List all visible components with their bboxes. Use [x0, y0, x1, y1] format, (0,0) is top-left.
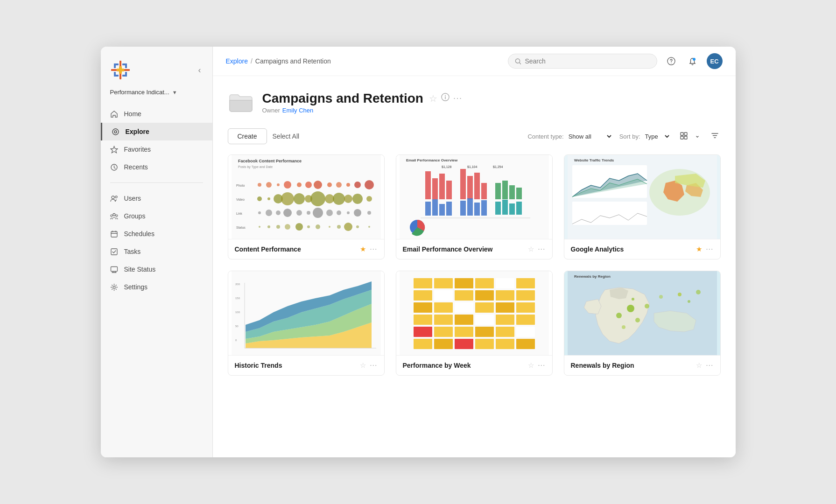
avatar[interactable]: EC [707, 53, 723, 69]
sidebar-item-tasks[interactable]: Tasks [101, 243, 212, 260]
svg-point-78 [354, 209, 361, 217]
info-icon[interactable] [441, 93, 450, 104]
svg-point-60 [294, 193, 305, 204]
favorite-star-icon[interactable]: ☆ [429, 93, 437, 104]
svg-point-86 [316, 224, 320, 229]
card-thumbnail-renewals-by-region: Renewals by Region [564, 271, 720, 355]
card-star-renewals-by-region[interactable]: ☆ [696, 361, 702, 370]
card-footer-content-performance: Content Performance ★ ··· [228, 239, 384, 259]
filter-button[interactable] [709, 130, 721, 143]
sort-by-select[interactable]: Type Name Date Owner [643, 133, 671, 140]
help-button[interactable] [664, 54, 679, 69]
svg-rect-166 [434, 327, 453, 337]
sidebar-item-site-status[interactable]: Site Status [101, 260, 212, 278]
sidebar-item-explore[interactable]: Explore [101, 123, 212, 140]
search-bar[interactable] [508, 54, 657, 69]
card-star-email-performance[interactable]: ☆ [528, 245, 534, 253]
card-more-performance-by-week[interactable]: ··· [538, 361, 545, 370]
svg-rect-33 [681, 133, 683, 135]
home-icon [110, 110, 119, 118]
svg-rect-168 [475, 327, 494, 337]
card-google-analytics[interactable]: Website Traffic Trends [564, 154, 721, 259]
svg-rect-148 [434, 290, 453, 301]
more-options-icon[interactable]: ··· [453, 93, 463, 103]
content-type-select[interactable]: Show all Workbooks Views Data Sources [567, 133, 613, 140]
select-all-button[interactable]: Select All [273, 133, 300, 140]
sidebar-item-groups-label: Groups [124, 212, 146, 220]
svg-point-53 [346, 183, 350, 187]
sidebar-item-users-label: Users [124, 195, 141, 202]
workspace-selector[interactable]: Performance Indicat... ▼ [101, 86, 212, 103]
sidebar-item-users[interactable]: Users [101, 189, 212, 207]
sidebar-admin-nav: Users Groups Schedules Tas [101, 188, 212, 298]
sidebar-item-groups[interactable]: Groups [101, 207, 212, 225]
svg-point-29 [671, 63, 672, 63]
notifications-button[interactable] [685, 54, 700, 69]
card-content-performance[interactable]: Facebook Content Performance Posts by Ty… [228, 154, 385, 259]
sort-by-filter: Sort by: Type Name Date Owner [619, 133, 671, 140]
owner-row: Owner Emily Chen [262, 107, 463, 114]
svg-rect-170 [516, 327, 535, 337]
card-email-performance[interactable]: Email Performance Overview $1,128 $1,104… [396, 154, 553, 259]
sidebar-item-favorites[interactable]: Favorites [101, 140, 212, 158]
svg-text:200: 200 [235, 283, 240, 286]
card-more-historic-trends[interactable]: ··· [370, 361, 377, 370]
svg-point-18 [112, 196, 114, 199]
owner-name[interactable]: Emily Chen [282, 107, 313, 114]
card-more-google-analytics[interactable]: ··· [706, 245, 713, 253]
svg-rect-105 [460, 169, 466, 199]
svg-point-46 [277, 183, 280, 186]
svg-point-84 [295, 223, 303, 231]
svg-point-65 [344, 195, 352, 203]
svg-rect-34 [684, 133, 687, 135]
svg-rect-115 [509, 185, 515, 199]
svg-text:Website Traffic Trends: Website Traffic Trends [574, 158, 614, 162]
sidebar-item-recents[interactable]: Recents [101, 158, 212, 176]
card-thumbnail-google-analytics: Website Traffic Trends [564, 155, 720, 239]
card-title-renewals-by-region: Renewals by Region [571, 362, 634, 369]
sidebar-item-schedules[interactable]: Schedules [101, 225, 212, 243]
svg-point-89 [344, 223, 352, 231]
card-footer-email-performance: Email Performance Overview ☆ ··· [396, 239, 552, 259]
svg-rect-176 [516, 339, 535, 349]
search-input[interactable] [525, 57, 650, 65]
sidebar-item-recents-label: Recents [124, 163, 148, 171]
svg-point-182 [622, 325, 625, 329]
card-more-content-performance[interactable]: ··· [370, 245, 377, 253]
svg-point-90 [356, 225, 359, 228]
svg-point-87 [329, 226, 330, 228]
svg-rect-106 [467, 176, 473, 199]
card-star-google-analytics[interactable]: ★ [696, 245, 702, 253]
sidebar-item-home[interactable]: Home [101, 105, 212, 123]
card-more-email-performance[interactable]: ··· [538, 245, 545, 253]
svg-text:Photo: Photo [236, 184, 245, 187]
card-star-historic-trends[interactable]: ☆ [360, 361, 366, 370]
card-renewals-by-region[interactable]: Renewals by Region [564, 271, 721, 376]
search-icon [515, 58, 521, 65]
svg-point-47 [284, 181, 291, 189]
svg-rect-161 [455, 315, 473, 325]
card-performance-by-week[interactable]: Performance by Week ☆ ··· [396, 271, 553, 376]
svg-point-52 [336, 182, 342, 188]
svg-point-45 [266, 182, 272, 188]
card-thumbnail-email-performance: Email Performance Overview $1,128 $1,104… [396, 155, 552, 239]
tasks-icon [110, 247, 119, 256]
card-more-renewals-by-region[interactable]: ··· [706, 361, 713, 370]
card-star-performance-by-week[interactable]: ☆ [528, 361, 534, 370]
svg-point-14 [112, 129, 119, 135]
card-historic-trends[interactable]: 200 150 100 50 0 [228, 271, 385, 376]
sidebar-item-settings-label: Settings [124, 283, 148, 291]
schedules-icon [110, 230, 119, 238]
breadcrumb-explore-link[interactable]: Explore [226, 57, 248, 65]
chevron-view-button[interactable] [692, 131, 703, 142]
svg-rect-102 [432, 199, 438, 216]
create-button[interactable]: Create [228, 128, 267, 144]
sidebar-item-settings[interactable]: Settings [101, 278, 212, 296]
sidebar-collapse-button[interactable]: ‹ [197, 63, 203, 77]
svg-point-49 [305, 182, 312, 188]
card-actions-google-analytics: ★ ··· [696, 245, 713, 253]
grid-view-button[interactable] [677, 130, 690, 143]
card-star-content-performance[interactable]: ★ [360, 245, 366, 253]
svg-point-72 [296, 210, 302, 216]
card-actions-content-performance: ★ ··· [360, 245, 377, 253]
